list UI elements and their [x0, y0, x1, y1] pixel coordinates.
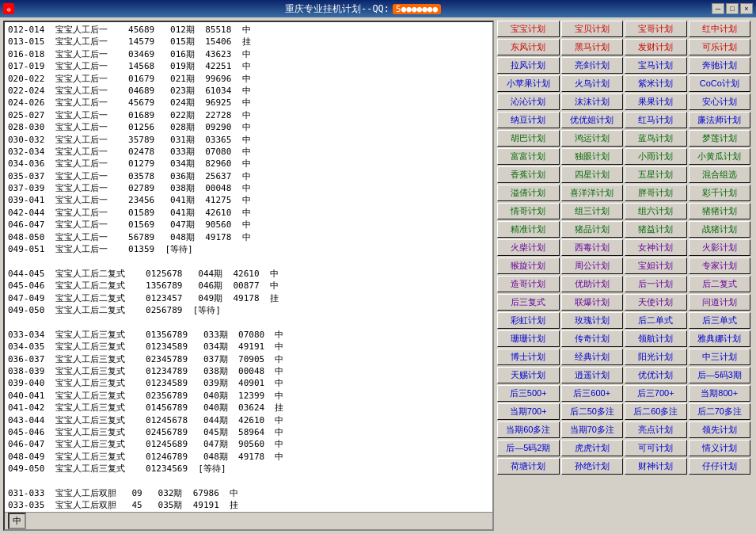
plan-btn-4-1[interactable]: 沫沫计划	[561, 93, 624, 110]
plan-btn-6-3[interactable]: 梦莲计划	[689, 130, 751, 147]
plan-btn-17-3[interactable]: 雅典娜计划	[689, 330, 751, 347]
plan-btn-1-3[interactable]: 可乐计划	[689, 39, 751, 55]
plan-btn-8-2[interactable]: 五星计划	[625, 166, 687, 183]
plan-btn-3-0[interactable]: 小苹果计划	[497, 75, 560, 92]
plan-btn-18-2[interactable]: 阳光计划	[625, 349, 687, 365]
plan-btn-22-0[interactable]: 当期60多注	[497, 421, 560, 438]
plan-btn-20-1[interactable]: 后三600+	[561, 385, 624, 402]
plan-btn-4-0[interactable]: 沁沁计划	[497, 93, 560, 110]
plan-btn-21-3[interactable]: 后二70多注	[689, 403, 751, 420]
plan-btn-24-3[interactable]: 仔仔计划	[689, 458, 751, 475]
text-content-area[interactable]: 012-014 宝宝人工后一 45689 012期 85518 中 013-01…	[5, 22, 492, 512]
plan-btn-1-1[interactable]: 黑马计划	[561, 39, 624, 55]
plan-btn-6-0[interactable]: 胡巴计划	[497, 130, 560, 147]
plan-btn-14-2[interactable]: 后一计划	[625, 276, 687, 292]
plan-btn-12-0[interactable]: 火柴计划	[497, 239, 560, 256]
close-button[interactable]: ×	[740, 3, 753, 14]
plan-btn-2-1[interactable]: 亮剑计划	[561, 57, 624, 74]
plan-btn-20-2[interactable]: 后三700+	[625, 385, 687, 402]
plan-btn-12-2[interactable]: 女神计划	[625, 239, 687, 256]
plan-btn-11-1[interactable]: 猪品计划	[561, 221, 624, 238]
plan-btn-23-2[interactable]: 可可计划	[625, 440, 687, 456]
plan-btn-14-1[interactable]: 优助计划	[561, 276, 624, 292]
plan-btn-5-1[interactable]: 优优姐计划	[561, 112, 624, 128]
plan-btn-7-0[interactable]: 富富计划	[497, 148, 560, 165]
plan-btn-11-2[interactable]: 猪益计划	[625, 221, 687, 238]
plan-btn-5-2[interactable]: 红马计划	[625, 112, 687, 128]
plan-btn-13-2[interactable]: 宝妲计划	[625, 257, 687, 274]
plan-btn-5-0[interactable]: 纳豆计划	[497, 112, 560, 128]
plan-btn-16-0[interactable]: 彩虹计划	[497, 312, 560, 329]
plan-btn-8-1[interactable]: 四星计划	[561, 166, 624, 183]
plan-btn-2-3[interactable]: 奔驰计划	[689, 57, 751, 74]
plan-btn-12-3[interactable]: 火影计划	[689, 239, 751, 256]
plan-btn-2-2[interactable]: 宝马计划	[625, 57, 687, 74]
plan-btn-3-2[interactable]: 紫米计划	[625, 75, 687, 92]
plan-btn-24-0[interactable]: 荷塘计划	[497, 458, 560, 475]
plan-btn-15-2[interactable]: 天使计划	[625, 294, 687, 311]
plan-btn-18-0[interactable]: 博士计划	[497, 349, 560, 365]
plan-btn-17-1[interactable]: 传奇计划	[561, 330, 624, 347]
plan-btn-16-3[interactable]: 后三单式	[689, 312, 751, 329]
plan-btn-8-0[interactable]: 香蕉计划	[497, 166, 560, 183]
plan-btn-17-0[interactable]: 珊珊计划	[497, 330, 560, 347]
plan-btn-10-2[interactable]: 组六计划	[625, 203, 687, 219]
plan-btn-3-1[interactable]: 火鸟计划	[561, 75, 624, 92]
plan-btn-4-2[interactable]: 果果计划	[625, 93, 687, 110]
plan-btn-10-3[interactable]: 猪猪计划	[689, 203, 751, 219]
plan-btn-14-0[interactable]: 造哥计划	[497, 276, 560, 292]
minimize-button[interactable]: ─	[712, 3, 724, 14]
plan-btn-20-0[interactable]: 后三500+	[497, 385, 560, 402]
plan-btn-22-1[interactable]: 当期70多注	[561, 421, 624, 438]
plan-btn-23-1[interactable]: 虎虎计划	[561, 440, 624, 456]
plan-btn-13-0[interactable]: 猴旋计划	[497, 257, 560, 274]
plan-btn-19-2[interactable]: 优优计划	[625, 367, 687, 383]
plan-btn-7-1[interactable]: 独眼计划	[561, 148, 624, 165]
plan-btn-19-0[interactable]: 天赐计划	[497, 367, 560, 383]
maximize-button[interactable]: □	[726, 3, 739, 14]
plan-btn-20-3[interactable]: 当期800+	[689, 385, 751, 402]
plan-btn-7-3[interactable]: 小黄瓜计划	[689, 148, 751, 165]
plan-btn-18-3[interactable]: 中三计划	[689, 349, 751, 365]
plan-btn-24-2[interactable]: 财神计划	[625, 458, 687, 475]
plan-btn-21-2[interactable]: 后二60多注	[625, 403, 687, 420]
plan-btn-9-2[interactable]: 胖哥计划	[625, 185, 687, 201]
plan-btn-18-1[interactable]: 经典计划	[561, 349, 624, 365]
plan-btn-17-2[interactable]: 领航计划	[625, 330, 687, 347]
plan-btn-16-1[interactable]: 玫瑰计划	[561, 312, 624, 329]
plan-btn-15-1[interactable]: 联爆计划	[561, 294, 624, 311]
plan-btn-21-1[interactable]: 后二50多注	[561, 403, 624, 420]
plan-btn-19-3[interactable]: 后—5码3期	[689, 367, 751, 383]
plan-btn-14-3[interactable]: 后二复式	[689, 276, 751, 292]
plan-btn-19-1[interactable]: 逍遥计划	[561, 367, 624, 383]
plan-btn-4-3[interactable]: 安心计划	[689, 93, 751, 110]
plan-btn-0-1[interactable]: 宝贝计划	[561, 21, 624, 37]
plan-btn-23-0[interactable]: 后—5码2期	[497, 440, 560, 456]
plan-btn-8-3[interactable]: 混合组选	[689, 166, 751, 183]
plan-btn-15-3[interactable]: 问道计划	[689, 294, 751, 311]
plan-btn-6-2[interactable]: 蓝鸟计划	[625, 130, 687, 147]
plan-btn-22-2[interactable]: 亮点计划	[625, 421, 687, 438]
plan-btn-23-3[interactable]: 情义计划	[689, 440, 751, 456]
plan-btn-12-1[interactable]: 西毒计划	[561, 239, 624, 256]
plan-btn-21-0[interactable]: 当期700+	[497, 403, 560, 420]
plan-btn-10-1[interactable]: 组三计划	[561, 203, 624, 219]
plan-btn-2-0[interactable]: 拉风计划	[497, 57, 560, 74]
plan-btn-22-3[interactable]: 领先计划	[689, 421, 751, 438]
plan-btn-9-3[interactable]: 彩千计划	[689, 185, 751, 201]
plan-btn-10-0[interactable]: 情哥计划	[497, 203, 560, 219]
plan-btn-24-1[interactable]: 孙绝计划	[561, 458, 624, 475]
plan-btn-1-0[interactable]: 东风计划	[497, 39, 560, 55]
plan-btn-0-3[interactable]: 红中计划	[689, 21, 751, 37]
plan-btn-0-0[interactable]: 宝宝计划	[497, 21, 560, 37]
plan-btn-13-3[interactable]: 专家计划	[689, 257, 751, 274]
plan-btn-1-2[interactable]: 发财计划	[625, 39, 687, 55]
plan-btn-0-2[interactable]: 宝哥计划	[625, 21, 687, 37]
plan-btn-13-1[interactable]: 周公计划	[561, 257, 624, 274]
plan-btn-15-0[interactable]: 后三复式	[497, 294, 560, 311]
plan-btn-6-1[interactable]: 鸿运计划	[561, 130, 624, 147]
plan-btn-11-0[interactable]: 精准计划	[497, 221, 560, 238]
plan-btn-3-3[interactable]: CoCo计划	[689, 75, 751, 92]
plan-btn-16-2[interactable]: 后二单式	[625, 312, 687, 329]
plan-btn-11-3[interactable]: 战猪计划	[689, 221, 751, 238]
